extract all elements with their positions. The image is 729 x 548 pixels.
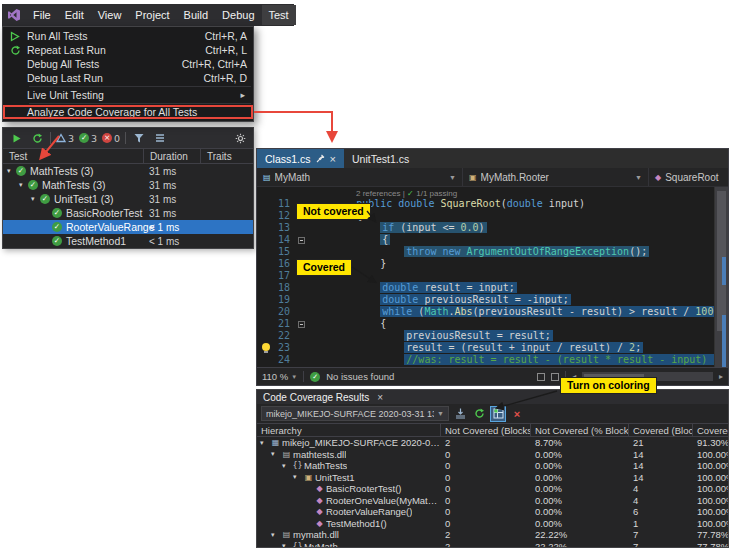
remove-result-icon[interactable]: × [509,406,525,422]
code-line-20[interactable]: 20while (Math.Abs(previousResult - resul… [257,306,714,318]
test-row-basicrootertest[interactable]: ✓BasicRooterTest31 ms [3,206,253,220]
coverage-row-basicrootertest[interactable]: ◆BasicRooterTest()00.00%4100.00% [257,483,728,495]
test-row-rootervaluerange[interactable]: ✓RooterValueRange< 1 ms [3,220,253,234]
close-panel-icon[interactable]: × [377,392,383,403]
expander-icon[interactable]: ▾ [31,195,40,203]
total-tests-badge[interactable]: 3 [56,133,74,144]
passed-tests-badge[interactable]: ✓ 3 [79,133,97,144]
menu-item-repeat-last-run[interactable]: Repeat Last RunCtrl+R, L [3,43,253,57]
value-cell: 1 [629,518,693,529]
close-tab-icon[interactable]: × [330,153,336,165]
expander-icon[interactable]: ▾ [293,473,302,481]
menu-view[interactable]: View [91,5,129,25]
column-hierarchy[interactable]: Hierarchy [257,424,441,436]
menu-project[interactable]: Project [128,5,176,25]
column-not-covered-blocks[interactable]: Not Covered (Blocks) [441,424,531,436]
test-menu-window: FileEditViewProjectBuildDebugTest Run Al… [2,4,294,26]
test-row-mathtests-3[interactable]: ▾✓MathTests (3)31 ms [3,178,253,192]
code-line-22[interactable]: 22previousResult = result; [257,330,714,342]
menu-file[interactable]: File [26,5,58,25]
column-test[interactable]: Test [3,149,144,163]
expander-icon[interactable]: ▾ [282,542,291,548]
test-passed-icon: ✓ [16,166,26,176]
coverage-row-mikejo-mikejo-surface-2020-03-31-13[interactable]: ▾▦mikejo_MIKEJO-SURFACE 2020-03-31 13...… [257,437,728,449]
menu-edit[interactable]: Edit [58,5,91,25]
filter-icon[interactable] [131,130,147,146]
member-dropdown[interactable]: ◆ SquareRoot [649,168,728,186]
import-results-icon[interactable] [452,406,468,422]
expander-icon[interactable]: ▾ [19,181,28,189]
value-cell: 14 [629,472,693,483]
refresh-results-icon[interactable] [471,406,487,422]
show-code-coverage-coloring-icon[interactable] [490,406,506,422]
menu-debug[interactable]: Debug [215,5,261,25]
expander-icon[interactable]: ▾ [271,531,280,539]
hierarchy-label: mikejo_MIKEJO-SURFACE 2020-03-31 13... [282,437,441,448]
menu-build[interactable]: Build [177,5,215,25]
codelens-passing[interactable]: 1/1 passing [416,189,457,198]
chevron-down-icon: ▼ [437,410,444,417]
hierarchy-cell: ◆RooterValueRange() [257,506,441,517]
column-traits[interactable]: Traits [201,149,253,163]
code-line-24[interactable]: 24//was: result = result - (result * res… [257,354,714,366]
test-row-unittest1-3[interactable]: ▾✓UnitTest1 (3)31 ms [3,192,253,206]
value-cell: 0.00% [531,483,629,494]
expander-icon[interactable]: ▾ [260,439,269,447]
codelens-check-icon: ✓ [407,189,416,198]
coverage-row-testmethod1[interactable]: ◆TestMethod1()00.00%1100.00% [257,518,728,530]
code-line-18[interactable]: 18double result = input; [257,282,714,294]
code-line-14[interactable]: 14{ [257,234,714,246]
menu-item-debug-all-tests[interactable]: Debug All TestsCtrl+R, Ctrl+A [3,57,253,71]
code-line-23[interactable]: 23result = (result + input / result) / 2… [257,342,714,354]
test-row-mathtests-3[interactable]: ▾✓MathTests (3)31 ms [3,164,253,178]
issues-check-icon: ✓ [310,372,320,382]
coverage-row-unittest1[interactable]: ▾▣UnitTest100.00%14100.00% [257,472,728,484]
coverage-result-dropdown[interactable]: mikejo_MIKEJO-SURFACE 2020-03-31 13_4 ▼ [261,406,449,421]
issues-message[interactable]: No issues found [326,371,394,382]
coverage-row-rooteronevalue-mymath-ro[interactable]: ◆RooterOneValue(MyMath.Ro...00.00%4100.0… [257,495,728,507]
split-view-icon[interactable] [537,373,545,381]
menu-item-live-unit-testing[interactable]: Live Unit Testing▸ [3,88,253,102]
settings-gear-icon[interactable] [232,130,248,146]
column-covered-pct[interactable]: Covered (% [693,424,728,436]
vertical-scrollbar[interactable] [714,187,728,367]
menu-item-debug-last-run[interactable]: Debug Last RunCtrl+R, D [3,71,253,85]
codelens-references[interactable]: 2 references [356,189,400,198]
coverage-row-mymath-dll[interactable]: ▾▤mymath.dll222.22%777.78% [257,529,728,541]
test-row-testmethod1[interactable]: ✓TestMethod1< 1 ms [3,234,253,248]
code-line-15[interactable]: 15throw new ArgumentOutOfRangeException(… [257,246,714,258]
code-line-13[interactable]: 13if (input <= 0.0) [257,222,714,234]
split-view-icon[interactable] [551,373,559,381]
coverage-row-mathtests-dll[interactable]: ▾▤mathtests.dll00.00%14100.00% [257,449,728,461]
zoom-control[interactable]: 110 % ▼ [262,371,297,382]
column-covered-blocks[interactable]: Covered (Blocks) [629,424,693,436]
expander-icon[interactable]: ▾ [271,450,280,458]
menu-test[interactable]: Test [262,5,296,25]
column-not-covered-pct[interactable]: Not Covered (% Blocks) [531,424,629,436]
tab-unittest1[interactable]: UnitTest1.cs [344,149,417,168]
expander-icon[interactable]: ▾ [282,462,291,470]
expander-icon[interactable]: ▾ [7,167,16,175]
lightbulb-icon[interactable] [262,343,270,351]
code-line-19[interactable]: 19double previousResult = -input; [257,294,714,306]
collapse-fold-icon[interactable] [298,237,305,244]
project-dropdown[interactable]: ▤ MyMath ▼ [257,168,463,186]
run-all-tests-icon[interactable] [8,130,24,146]
coverage-row-rootervaluerange[interactable]: ◆RooterValueRange()00.00%6100.00% [257,506,728,518]
column-duration[interactable]: Duration [144,149,201,163]
menu-item-analyze-code-coverage-for-all-tests[interactable]: Analyze Code Coverage for All Tests [3,105,253,119]
tab-class1[interactable]: Class1.cs × [257,149,344,168]
panel-title[interactable]: Code Coverage Results [263,392,369,403]
code-line-21[interactable]: 21{ [257,318,714,330]
collapse-fold-icon[interactable] [298,321,305,328]
group-by-icon[interactable] [152,130,168,146]
failed-tests-badge[interactable]: × 0 [102,133,120,144]
coverage-row-mymath[interactable]: ▾{}MyMath222.22%777.78% [257,541,728,548]
codelens-row[interactable]: 2 references | ✓ 1/1 passing [257,187,714,198]
type-dropdown[interactable]: ▣ MyMath.Rooter ▼ [463,168,649,186]
scroll-right-icon[interactable]: ▸ [719,372,723,381]
coverage-row-mathtests[interactable]: ▾{}MathTests00.00%14100.00% [257,460,728,472]
pin-icon[interactable] [316,153,325,165]
repeat-last-run-icon[interactable] [29,130,45,146]
menu-item-run-all-tests[interactable]: Run All TestsCtrl+R, A [3,29,253,43]
